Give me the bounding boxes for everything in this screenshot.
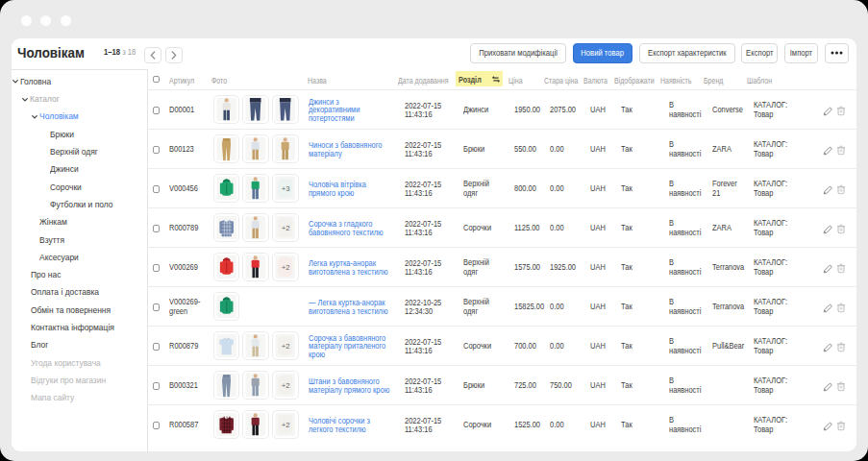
svg-text:+2: +2 <box>282 421 290 429</box>
svg-text:+2: +2 <box>282 342 290 351</box>
svg-text:+3: +3 <box>282 184 290 193</box>
svg-text:+2: +2 <box>282 263 290 272</box>
svg-text:+2: +2 <box>282 381 290 390</box>
svg-text:+2: +2 <box>282 224 290 232</box>
